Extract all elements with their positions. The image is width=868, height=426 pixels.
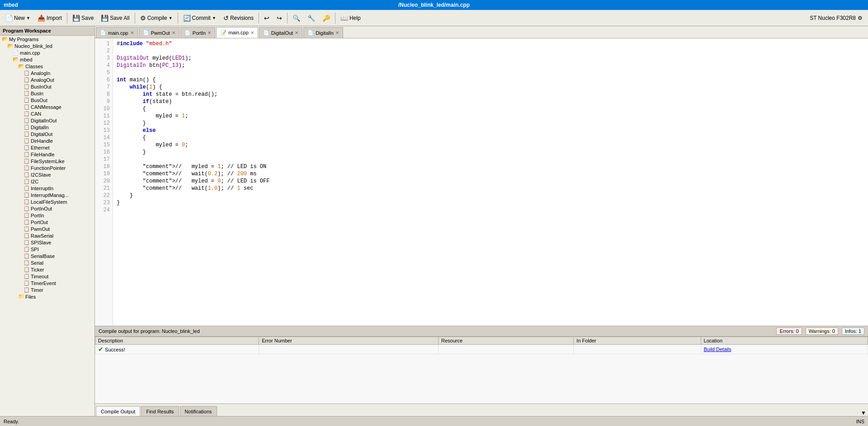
code-line: "comment">// myled = 1; // LED is ON — [117, 163, 864, 170]
tree-icon: 📋 — [24, 192, 30, 198]
search-button[interactable]: 🔍 — [289, 12, 303, 24]
result-description: ✔ Success! — [95, 345, 259, 354]
line-number: 11 — [98, 112, 110, 120]
location: Build Details — [701, 345, 868, 354]
tree-label: LocalFileSystem — [31, 199, 67, 205]
revisions-icon: ↺ — [223, 14, 229, 22]
bottom-panel-collapse[interactable]: ▼ — [861, 410, 868, 416]
code-line: myled = 0; — [117, 141, 864, 149]
bottom-tab-2[interactable]: Notifications — [180, 406, 217, 416]
tab-0[interactable]: 📄main.cpp✕ — [96, 27, 138, 38]
code-line: { — [117, 134, 864, 141]
tab-close-button[interactable]: ✕ — [250, 30, 254, 35]
new-button[interactable]: 📄 New ▼ — [2, 12, 33, 24]
sidebar[interactable]: Program Workspace 📂My Programs📂Nucleo_bl… — [0, 26, 95, 416]
undo-button[interactable]: ↩ — [261, 12, 273, 24]
line-number: 18 — [98, 163, 110, 170]
help-button[interactable]: 📖 Help — [337, 12, 364, 24]
import-button[interactable]: 📥 Import — [34, 12, 65, 24]
tree-item-busout[interactable]: 📋BusOut — [0, 97, 94, 103]
tab-close-button[interactable]: ✕ — [172, 30, 175, 35]
tree-item-localfilesystem[interactable]: 📋LocalFileSystem — [0, 198, 94, 205]
tree-item-digitalout[interactable]: 📋DigitalOut — [0, 131, 94, 137]
tree-item-ethernet[interactable]: 📋Ethernet — [0, 144, 94, 151]
line-number: 16 — [98, 149, 110, 156]
revisions-button[interactable]: ↺ Revisions — [220, 12, 257, 24]
tree-item-spislave[interactable]: 📋SPISlave — [0, 239, 94, 246]
tree-item-functionpointer[interactable]: 📋FunctionPointer — [0, 164, 94, 171]
tree-item-portout[interactable]: 📋PortOut — [0, 219, 94, 225]
tree-item-timerevent[interactable]: 📋TimerEvent — [0, 280, 94, 286]
tab-close-button[interactable]: ✕ — [335, 30, 339, 35]
sidebar-title: Program Workspace — [0, 26, 94, 36]
tree-item-ticker[interactable]: 📋Ticker — [0, 266, 94, 273]
tree-item-timer[interactable]: 📋Timer — [0, 286, 94, 293]
bottom-tabs: Compile OutputFind ResultsNotifications … — [95, 403, 868, 416]
build-details-link[interactable]: Build Details — [704, 346, 731, 352]
tree-item-can[interactable]: 📋CAN — [0, 110, 94, 117]
compile-title: Compile output for program: Nucleo_blink… — [99, 328, 200, 334]
tree-item-canmessage[interactable]: 📋CANMessage — [0, 103, 94, 110]
tree-item-i2cslave[interactable]: 📋I2CSlave — [0, 171, 94, 178]
tree-item-serialbase[interactable]: 📋SerialBase — [0, 253, 94, 259]
tree-icon: 📋 — [24, 199, 30, 205]
editor-area[interactable]: 123456789101112131415161718192021222324 … — [95, 38, 868, 326]
tree-label: Timer — [31, 287, 43, 293]
tree-item-classes[interactable]: 📂Classes — [0, 63, 94, 70]
tree-item-rawserial[interactable]: 📋RawSerial — [0, 232, 94, 239]
tools-button[interactable]: 🔧 — [304, 12, 318, 24]
tree-item-nucleoblinkled[interactable]: 📂Nucleo_blink_led — [0, 42, 94, 49]
tree-label: PortIn — [31, 213, 44, 218]
redo-icon: ↪ — [277, 14, 282, 22]
tree-item-filesystemlike[interactable]: 📋FileSystemLike — [0, 158, 94, 164]
tab-3[interactable]: 📝main.cpp✕ — [216, 27, 258, 38]
tree-item-mbed[interactable]: 📂mbed — [0, 56, 94, 63]
tree-item-myprograms[interactable]: 📂My Programs — [0, 36, 94, 42]
save-button[interactable]: 💾 Save — [69, 12, 97, 24]
tab-5[interactable]: 📄DigitalIn✕ — [303, 27, 343, 38]
target-display: ST Nucleo F302R8 ⚙ — [810, 15, 866, 21]
tree-item-portin[interactable]: 📋PortIn — [0, 212, 94, 219]
line-number: 5 — [98, 69, 110, 76]
tab-close-button[interactable]: ✕ — [295, 30, 298, 35]
tree-item-maincpp[interactable]: 📄main.cpp — [0, 49, 94, 56]
line-numbers: 123456789101112131415161718192021222324 — [95, 38, 113, 326]
tab-1[interactable]: 📄PwmOut✕ — [139, 27, 179, 38]
tree-item-i2c[interactable]: 📋I2C — [0, 178, 94, 185]
tree-item-analogout[interactable]: 📋AnalogOut — [0, 76, 94, 83]
tree-item-analogin[interactable]: 📋AnalogIn — [0, 70, 94, 76]
tab-4[interactable]: 📄DigitalOut✕ — [259, 27, 302, 38]
tree-item-businout[interactable]: 📋BusInOut — [0, 83, 94, 90]
tree-label: BusInOut — [31, 84, 52, 89]
tree-item-interruptin[interactable]: 📋InterruptIn — [0, 185, 94, 192]
tab-file-icon: 📄 — [307, 30, 314, 36]
bottom-tab-1[interactable]: Find Results — [141, 406, 179, 416]
tree-item-pwmout[interactable]: 📋PwmOut — [0, 225, 94, 232]
commit-button[interactable]: 🔄 Commit ▼ — [180, 12, 219, 24]
tree-item-digitalinout[interactable]: 📋DigitalInOut — [0, 117, 94, 124]
tree-item-files[interactable]: 📁Files — [0, 293, 94, 300]
tree-item-spi[interactable]: 📋SPI — [0, 246, 94, 253]
tree-item-portinout[interactable]: 📋PortInOut — [0, 205, 94, 212]
compile-button[interactable]: ⚙ Compile ▼ — [137, 12, 176, 24]
tree-item-timeout[interactable]: 📋Timeout — [0, 273, 94, 280]
tree-item-busin[interactable]: 📋BusIn — [0, 90, 94, 97]
tools-icon: 🔧 — [307, 14, 315, 22]
redo-button[interactable]: ↪ — [274, 12, 285, 24]
tree-icon: 📋 — [24, 70, 30, 76]
tree-label: AnalogIn — [31, 70, 50, 76]
tab-close-button[interactable]: ✕ — [130, 30, 134, 35]
save-all-button[interactable]: 💾 Save All — [98, 12, 132, 24]
tree-item-filehandle[interactable]: 📋FileHandle — [0, 151, 94, 158]
bottom-tab-0[interactable]: Compile Output — [96, 406, 140, 416]
tab-2[interactable]: 📄PortIn✕ — [180, 27, 215, 38]
tree-item-serial[interactable]: 📋Serial — [0, 259, 94, 266]
tree-icon: 📋 — [24, 117, 30, 123]
tree-item-interruptmanag[interactable]: 📋InterruptManag... — [0, 192, 94, 198]
settings-button[interactable]: 🔑 — [319, 12, 333, 24]
tree-item-digitalin[interactable]: 📋DigitalIn — [0, 124, 94, 131]
tree-label: Timeout — [31, 274, 48, 279]
code-line: int state = btn.read(); — [117, 91, 864, 98]
tab-close-button[interactable]: ✕ — [208, 30, 211, 35]
tree-item-dirhandle[interactable]: 📋DirHandle — [0, 137, 94, 144]
